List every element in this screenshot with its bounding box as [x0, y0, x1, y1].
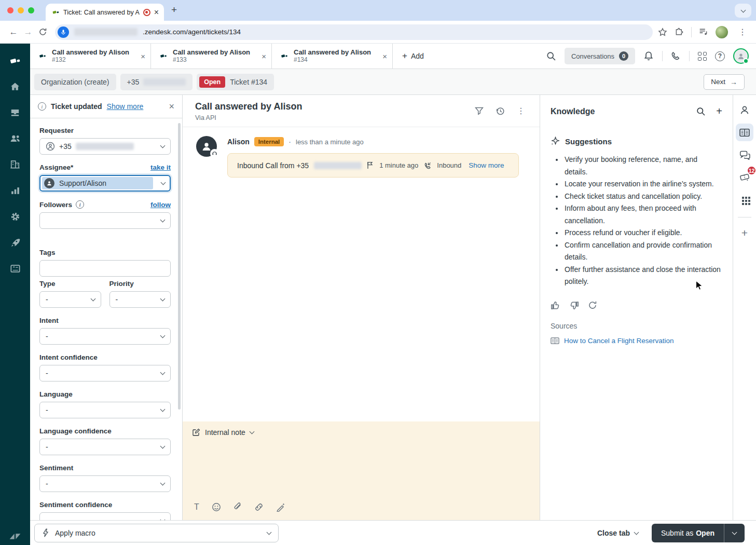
priority-select[interactable]: -	[109, 291, 171, 308]
article-icon	[551, 337, 559, 345]
minimize-window-button[interactable]	[18, 7, 24, 13]
breadcrumb-requester[interactable]: +35	[120, 74, 193, 90]
product-logo-icon[interactable]	[0, 48, 30, 74]
history-icon[interactable]	[496, 106, 505, 116]
text-format-icon[interactable]	[194, 502, 199, 512]
apps-rail-icon[interactable]	[736, 190, 753, 208]
tags-input[interactable]	[39, 260, 171, 277]
sentiment-confidence-select[interactable]	[39, 512, 171, 520]
forward-button[interactable]	[21, 27, 35, 37]
chevron-down-icon	[160, 370, 166, 375]
panel-scrollbar[interactable]	[178, 123, 181, 410]
talk-phone-icon[interactable]	[671, 51, 681, 61]
back-button[interactable]	[6, 27, 21, 37]
assignee-select[interactable]: Support/Alison	[39, 175, 171, 192]
submit-dropdown-button[interactable]	[724, 524, 745, 542]
close-ticket-tab-icon[interactable]	[141, 52, 145, 61]
link-icon[interactable]	[254, 502, 264, 512]
message-author: Alison	[227, 138, 250, 146]
url-bar[interactable]: .zendesk.com/agent/tickets/134	[55, 24, 653, 40]
composer-channel-selector[interactable]: Internal note	[192, 428, 530, 437]
submit-split-button[interactable]: Submit as Open	[652, 524, 745, 542]
reload-button[interactable]	[35, 28, 50, 36]
requester-select[interactable]: +35	[39, 138, 171, 155]
browser-menu-icon[interactable]	[735, 27, 750, 37]
search-icon[interactable]	[546, 51, 556, 61]
zoom-window-button[interactable]	[28, 7, 34, 13]
knowledge-rail-icon[interactable]	[736, 124, 753, 141]
show-more-link[interactable]: Show more	[107, 102, 144, 111]
blurred-phone	[76, 143, 134, 150]
arrow-right-icon	[730, 78, 737, 86]
source-link[interactable]: How to Cancel a Flight Reservation	[564, 337, 674, 345]
intent-confidence-select[interactable]: -	[39, 365, 171, 382]
thumbs-up-icon[interactable]	[551, 301, 560, 310]
ticket-tab-133[interactable]: Call answered by Alison#133	[151, 44, 272, 69]
similar-tickets-icon[interactable]: 12	[736, 168, 753, 186]
language-select[interactable]: -	[39, 402, 171, 418]
browser-profile-avatar[interactable]	[716, 26, 728, 38]
language-confidence-select[interactable]: -	[39, 439, 171, 455]
internal-note-composer[interactable]: Internal note	[183, 421, 540, 520]
bookmark-star-icon[interactable]	[658, 28, 667, 37]
close-banner-icon[interactable]	[169, 101, 174, 112]
composer-toolbar	[194, 502, 285, 512]
ticket-tab-id: #133	[173, 56, 250, 64]
followers-select[interactable]	[39, 212, 171, 229]
reporting-icon[interactable]	[0, 178, 30, 203]
organizations-icon[interactable]	[0, 152, 30, 178]
conversations-rail-icon[interactable]	[736, 146, 753, 164]
breadcrumb-organization[interactable]: Organization (create)	[34, 74, 116, 90]
apps-grid-icon[interactable]	[698, 52, 707, 61]
add-app-icon[interactable]	[736, 224, 753, 242]
browser-tab[interactable]: Ticket: Call answered by A	[46, 4, 164, 21]
attachment-icon[interactable]	[233, 502, 242, 512]
tab-overflow-button[interactable]	[735, 4, 751, 18]
message-timestamp: less than a minute ago	[296, 138, 364, 146]
ticket-tab-134-active[interactable]: Call answered by Alison#134	[272, 44, 393, 69]
submit-button[interactable]: Submit as Open	[652, 524, 724, 542]
next-button[interactable]: Next	[704, 74, 745, 90]
customers-icon[interactable]	[0, 126, 30, 152]
show-more-link[interactable]: Show more	[469, 161, 504, 169]
follow-link[interactable]: follow	[150, 201, 171, 209]
rocket-icon[interactable]	[0, 229, 30, 255]
close-tab-icon[interactable]	[154, 8, 159, 17]
close-window-button[interactable]	[7, 7, 13, 13]
new-tab-button[interactable]	[171, 4, 177, 16]
getting-started-icon[interactable]	[0, 255, 30, 281]
sentiment-select[interactable]: -	[39, 475, 171, 492]
knowledge-search-icon[interactable]	[696, 107, 706, 116]
media-controls-icon[interactable]	[699, 28, 708, 37]
ticket-tab-132[interactable]: Call answered by Alison#132	[30, 44, 151, 69]
close-ticket-tab-icon[interactable]	[382, 52, 387, 61]
language-confidence-label: Language confidence	[39, 427, 171, 435]
agent-avatar[interactable]	[733, 48, 749, 64]
admin-gear-icon[interactable]	[0, 203, 30, 229]
regenerate-icon[interactable]	[588, 301, 597, 310]
call-direction: Inbound	[437, 161, 461, 169]
close-ticket-tab-icon[interactable]	[262, 52, 266, 61]
overflow-menu-icon[interactable]	[517, 106, 525, 116]
views-icon[interactable]	[0, 100, 30, 126]
conversations-button[interactable]: Conversations 0	[565, 48, 635, 64]
source-row[interactable]: How to Cancel a Flight Reservation	[551, 337, 722, 345]
type-select[interactable]: -	[39, 291, 101, 308]
intent-select[interactable]: -	[39, 328, 171, 345]
filter-icon[interactable]	[475, 107, 484, 116]
notifications-bell-icon[interactable]	[643, 51, 654, 61]
followers-label: Followers	[39, 201, 72, 209]
emoji-icon[interactable]	[212, 502, 221, 512]
close-tab-button[interactable]: Close tab	[597, 529, 638, 537]
add-tab-button[interactable]: Add	[393, 44, 433, 69]
take-it-link[interactable]: take it	[150, 164, 171, 171]
user-context-icon[interactable]	[736, 101, 753, 119]
help-icon[interactable]	[715, 51, 725, 61]
thumbs-down-icon[interactable]	[569, 301, 579, 310]
apply-macro-select[interactable]: Apply macro	[34, 524, 279, 542]
mic-permission-icon[interactable]	[58, 26, 69, 38]
home-icon[interactable]	[0, 74, 30, 100]
ai-pen-icon[interactable]	[276, 502, 285, 512]
knowledge-add-icon[interactable]	[716, 105, 722, 117]
extensions-icon[interactable]	[675, 28, 684, 37]
